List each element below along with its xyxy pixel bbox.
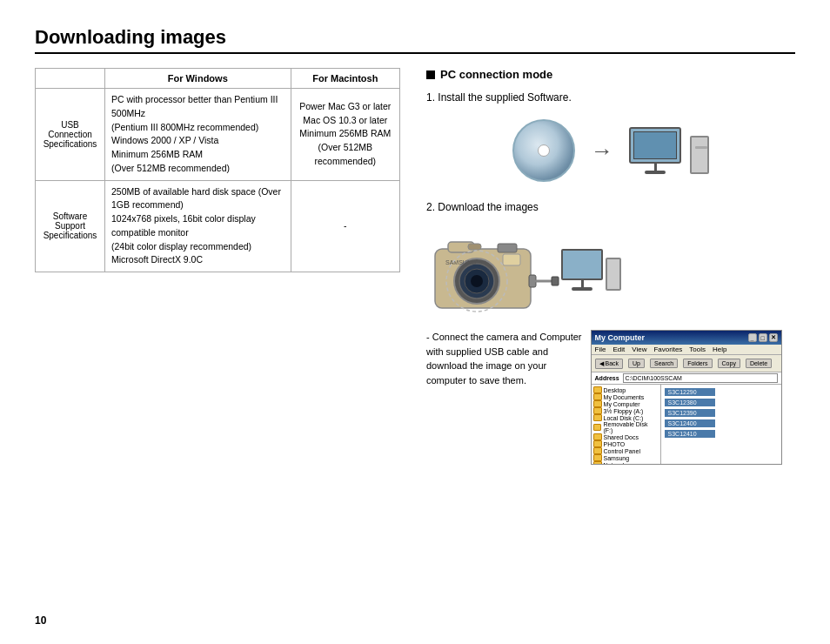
page-number: 10 xyxy=(35,614,46,627)
up-btn[interactable]: Up xyxy=(628,359,645,368)
minimize-btn[interactable]: _ xyxy=(748,333,757,342)
explorer-folder-item[interactable]: Removable Disk (F:) xyxy=(593,421,659,433)
folders-btn[interactable]: Folders xyxy=(683,359,712,368)
explorer-address-bar: Address C:\DCIM\100SSCAM xyxy=(592,372,781,385)
menu-tools[interactable]: Tools xyxy=(689,345,706,353)
svg-rect-13 xyxy=(552,277,559,285)
specs-table-section: For Windows For Macintosh USB Connection… xyxy=(35,68,400,272)
explorer-title-controls: _ □ ✕ xyxy=(748,333,778,342)
cd-disc-icon xyxy=(512,119,575,182)
address-label: Address xyxy=(595,375,619,381)
menu-view[interactable]: View xyxy=(632,345,646,353)
step2-label: 2. Download the images xyxy=(426,201,539,213)
explorer-title-bar: My Computer _ □ ✕ xyxy=(592,331,781,345)
explorer-toolbar: ◀ Back Up Search Folders Copy Delete xyxy=(592,355,781,372)
table-mac-cell: Power Mac G3 or later Mac OS 10.3 or lat… xyxy=(291,89,399,181)
svg-rect-6 xyxy=(503,254,520,265)
explorer-folder-item[interactable]: Desktop xyxy=(593,386,659,393)
table-mac-cell: - xyxy=(291,180,399,272)
tower-small xyxy=(606,258,621,291)
connect-text: - Connect the camera and Computer with s… xyxy=(426,330,582,387)
explorer-body: DesktopMy DocumentsMy Computer3½ Floppy … xyxy=(592,385,781,465)
explorer-file-item[interactable]: S3C12400 xyxy=(665,419,715,427)
connect-area: - Connect the camera and Computer with s… xyxy=(426,330,795,465)
explorer-folder-item[interactable]: My Computer xyxy=(593,400,659,407)
step2: 2. Download the images xyxy=(426,201,795,213)
explorer-title: My Computer xyxy=(595,333,646,342)
explorer-file-item[interactable]: S3C12410 xyxy=(665,430,715,438)
arrow-icon: → xyxy=(591,138,613,164)
table-windows-cell: PC with processor better than Pentium II… xyxy=(105,89,291,181)
svg-rect-7 xyxy=(468,244,481,250)
explorer-folder-item[interactable]: My Documents xyxy=(593,393,659,400)
table-row-header: USB Connection Specifications xyxy=(36,89,105,181)
monitor-icon xyxy=(629,127,681,164)
monitor-group xyxy=(629,127,681,174)
table-corner-header xyxy=(36,69,105,89)
right-panel: PC connection mode 1. Install the suppli… xyxy=(426,68,795,465)
bullet-icon xyxy=(426,70,435,79)
windows-column-header: For Windows xyxy=(105,69,291,89)
address-input[interactable]: C:\DCIM\100SSCAM xyxy=(623,373,778,383)
pc-connection-title: PC connection mode xyxy=(426,68,795,81)
download-illustration: SAMSUNG xyxy=(426,222,795,318)
explorer-folder-item[interactable]: Local Disk (C:) xyxy=(593,414,659,421)
desktop-small-icon xyxy=(561,249,621,291)
svg-rect-8 xyxy=(498,244,517,252)
explorer-file-item[interactable]: S3C12380 xyxy=(665,399,715,406)
explorer-right-panel: S3C12290S3C12380S3C12390S3C12400S3C12410 xyxy=(661,385,781,465)
step1: 1. Install the supplied Software. xyxy=(426,91,795,104)
monitor-base-small xyxy=(572,287,592,291)
install-illustration: → xyxy=(426,116,795,185)
step1-label: 1. Install the supplied Software. xyxy=(426,91,572,104)
camera-svg: SAMSUNG xyxy=(426,225,561,316)
monitor-screen xyxy=(633,131,677,159)
explorer-menu: File Edit View Favorites Tools Help xyxy=(592,345,781,355)
menu-help[interactable]: Help xyxy=(713,345,726,353)
table-windows-cell: 250MB of available hard disk space (Over… xyxy=(105,180,291,272)
delete-btn[interactable]: Delete xyxy=(746,359,772,368)
menu-favorites[interactable]: Favorites xyxy=(653,345,682,353)
page-title: Downloading images xyxy=(35,26,795,54)
explorer-folder-item[interactable]: Samsung xyxy=(593,454,659,461)
explorer-screenshot: My Computer _ □ ✕ File Edit View Favorit… xyxy=(591,330,782,465)
close-btn[interactable]: ✕ xyxy=(769,333,778,342)
monitor-stand-small xyxy=(581,280,584,287)
maximize-btn[interactable]: □ xyxy=(759,333,767,342)
monitor-base xyxy=(645,171,666,174)
desktop-computer-icon xyxy=(629,127,709,174)
menu-file[interactable]: File xyxy=(595,345,606,353)
tower-icon xyxy=(690,136,709,174)
copy-btn[interactable]: Copy xyxy=(718,359,740,368)
monitor-small-group xyxy=(561,249,603,291)
back-btn[interactable]: ◀ Back xyxy=(595,359,624,369)
menu-edit[interactable]: Edit xyxy=(612,345,625,353)
search-btn[interactable]: Search xyxy=(650,359,678,368)
explorer-folder-item[interactable]: Network xyxy=(593,461,659,465)
specs-table: For Windows For Macintosh USB Connection… xyxy=(35,68,400,272)
svg-text:SAMSUNG: SAMSUNG xyxy=(445,259,476,265)
monitor-stand xyxy=(654,164,657,171)
explorer-folder-item[interactable]: 3½ Floppy (A:) xyxy=(593,407,659,414)
explorer-folder-item[interactable]: PHOTO xyxy=(593,440,659,447)
svg-point-5 xyxy=(471,275,483,287)
explorer-left-panel: DesktopMy DocumentsMy Computer3½ Floppy … xyxy=(592,385,661,465)
table-row-header: Software Support Specifications xyxy=(36,180,105,272)
cd-hole xyxy=(538,144,550,157)
explorer-folder-item[interactable]: Shared Docs xyxy=(593,433,659,440)
explorer-file-item[interactable]: S3C12390 xyxy=(665,409,715,417)
explorer-folder-item[interactable]: Control Panel xyxy=(593,447,659,454)
explorer-file-item[interactable]: S3C12290 xyxy=(665,388,715,396)
monitor-small xyxy=(561,249,603,280)
macintosh-column-header: For Macintosh xyxy=(291,69,399,89)
